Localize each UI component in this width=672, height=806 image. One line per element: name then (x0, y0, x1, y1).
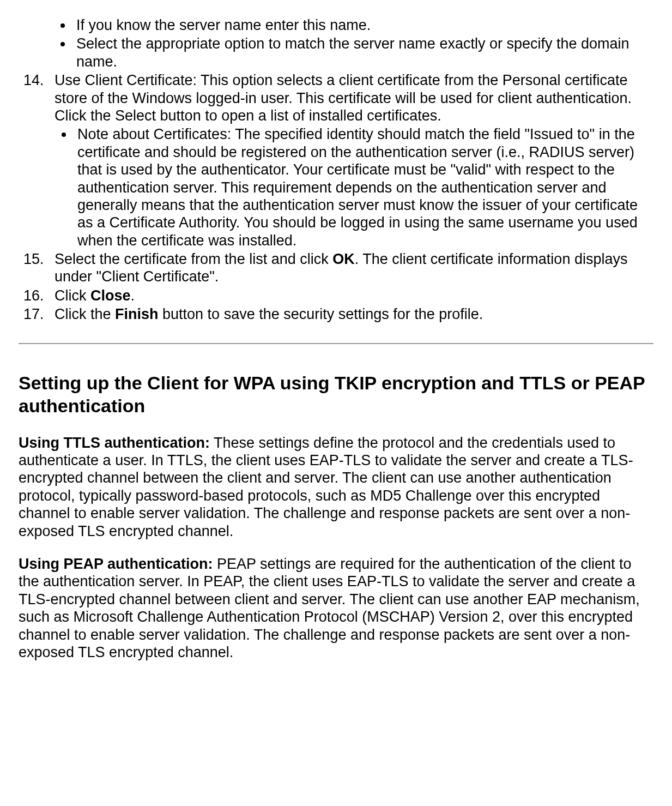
step-text-before: Click (55, 287, 90, 304)
step-text-before: Click the (55, 306, 115, 322)
paragraph-peap: Using PEAP authentication: PEAP settings… (19, 555, 653, 661)
step-bold: Finish (115, 306, 159, 322)
section-heading: Setting up the Client for WPA using TKIP… (19, 371, 653, 418)
intro-bullets: If you know the server name enter this n… (19, 16, 653, 70)
divider (19, 343, 653, 344)
step-text: Use Client Certificate: This option sele… (55, 72, 632, 124)
step-14: Use Client Certificate: This option sele… (48, 71, 653, 249)
step-bold: OK (332, 251, 355, 267)
step-17: Click the Finish button to save the secu… (48, 305, 653, 323)
step-text-before: Select the certificate from the list and… (55, 251, 332, 267)
para-lead: Using TTLS authentication: (19, 435, 210, 451)
list-item: If you know the server name enter this n… (73, 16, 653, 34)
paragraph-ttls: Using TTLS authentication: These setting… (19, 434, 653, 540)
list-item: Note about Certificates: The specified i… (74, 125, 653, 249)
steps-list: Use Client Certificate: This option sele… (19, 71, 653, 323)
para-lead: Using PEAP authentication: (19, 556, 213, 572)
step-text-after: button to save the security settings for… (159, 306, 483, 322)
list-item: Select the appropriate option to match t… (73, 35, 653, 70)
step-16: Click Close. (48, 287, 653, 304)
step-bold: Close (90, 287, 131, 304)
sub-list: Note about Certificates: The specified i… (55, 125, 653, 249)
step-15: Select the certificate from the list and… (48, 250, 653, 286)
step-text-after: . (131, 287, 135, 304)
